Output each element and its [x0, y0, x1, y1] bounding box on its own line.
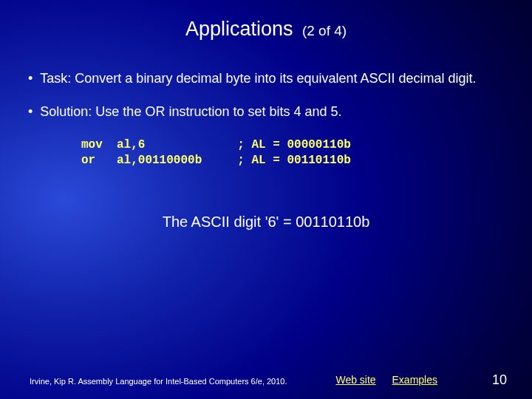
caption-text: The ASCII digit '6' = 00110110b — [28, 214, 504, 231]
code-block: mov al,6 ; AL = 00000110b or al,00110000… — [81, 137, 504, 169]
link-examples[interactable]: Examples — [392, 374, 437, 386]
footer-credit: Irvine, Kip R. Assembly Language for Int… — [30, 377, 335, 386]
page-number: 10 — [492, 372, 507, 388]
footer: Irvine, Kip R. Assembly Language for Int… — [0, 374, 532, 386]
slide-body: • Task: Convert a binary decimal byte in… — [0, 41, 532, 231]
bullet-item: • Solution: Use the OR instruction to se… — [28, 103, 504, 120]
bullet-text: Solution: Use the OR instruction to set … — [40, 103, 504, 120]
title-main: Applications — [185, 18, 293, 40]
bullet-text: Task: Convert a binary decimal byte into… — [40, 70, 504, 87]
link-web-site[interactable]: Web site — [335, 374, 375, 386]
bullet-dot-icon: • — [28, 70, 33, 87]
bullet-item: • Task: Convert a binary decimal byte in… — [28, 70, 504, 87]
title-sub: (2 of 4) — [302, 23, 347, 38]
slide-title: Applications (2 of 4) — [0, 0, 532, 41]
bullet-dot-icon: • — [28, 103, 33, 120]
footer-links: Web site Examples — [335, 374, 451, 386]
